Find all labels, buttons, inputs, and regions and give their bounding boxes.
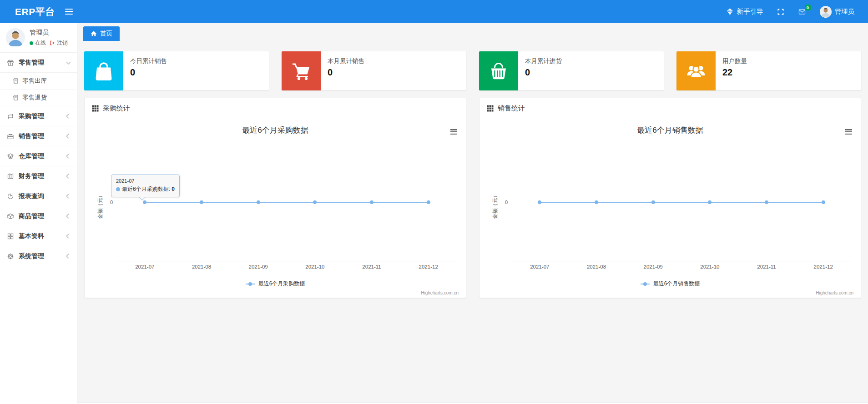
data-point-marker[interactable]: [143, 200, 146, 204]
tooltip-series-dot: [116, 187, 120, 191]
menu-bar: [450, 131, 457, 133]
menu-bar: [845, 134, 852, 135]
chart-legend[interactable]: 最近6个月采购数据: [85, 280, 466, 288]
sidebar-item-label: 销售管理: [19, 132, 44, 140]
y-axis-title: 金额（元）: [492, 188, 498, 224]
panel-title: 销售统计: [498, 104, 525, 113]
x-axis-labels: 2021-072021-082021-092021-102021-112021-…: [116, 264, 457, 269]
legend-marker-dot: [248, 282, 252, 286]
users-icon: [676, 51, 716, 90]
chevron-down-icon: [66, 60, 71, 64]
sidebar-item-label: 报表查询: [19, 192, 44, 200]
plot-area: [511, 146, 852, 261]
journal-icon: [12, 78, 19, 84]
sidebar-item-sales[interactable]: 销售管理: [0, 126, 77, 146]
diamond-icon: [726, 8, 734, 15]
journal-icon: [12, 95, 19, 101]
data-point-marker[interactable]: [765, 200, 768, 204]
tooltip-value: 0: [172, 186, 175, 192]
data-point-marker[interactable]: [538, 200, 541, 204]
plot-area: [116, 146, 457, 261]
sidebar-item-reports[interactable]: 报表查询: [0, 186, 77, 206]
data-point-marker[interactable]: [822, 200, 825, 204]
chevron-left-icon: [66, 234, 71, 239]
sidebar-item-label: 零售出库: [22, 77, 47, 85]
fullscreen-button[interactable]: [777, 8, 784, 15]
sidebar-item-label: 零售退货: [22, 94, 47, 102]
stat-card-label: 本月累计进货: [525, 57, 562, 65]
sidebar-item-label: 财务管理: [19, 172, 44, 180]
sidebar-item-retail[interactable]: 零售管理: [0, 53, 77, 73]
online-status-label: 在线: [35, 39, 46, 47]
chevron-left-icon: [66, 214, 71, 219]
shopping-bag-icon: [84, 51, 123, 90]
chevron-left-icon: [66, 114, 71, 119]
stat-card-value: 0: [525, 67, 562, 78]
sidebar-toggle-icon[interactable]: [65, 7, 73, 16]
data-point-marker[interactable]: [651, 200, 655, 204]
chart-context-menu-icon[interactable]: [450, 129, 457, 135]
x-axis-tick-label: 2021-11: [343, 264, 400, 269]
menu-bar: [450, 134, 457, 135]
sidebar-item-purchase[interactable]: 采购管理: [0, 106, 77, 126]
stat-card-today-sales[interactable]: 今日累计销售 0: [84, 51, 269, 90]
ledger-icon: [7, 173, 14, 180]
data-point-marker[interactable]: [427, 200, 430, 204]
stat-card-label: 本月累计销售: [328, 57, 364, 65]
legend-label: 最近6个月销售数据: [653, 280, 700, 288]
stat-card-value: 0: [328, 67, 364, 78]
data-point-marker[interactable]: [370, 200, 373, 204]
legend-label: 最近6个月采购数据: [258, 280, 305, 288]
th-large-icon: [7, 233, 14, 240]
data-point-marker[interactable]: [257, 200, 260, 204]
x-axis-tick-label: 2021-12: [795, 264, 852, 269]
pie-chart-icon: [7, 193, 14, 200]
menu-bar: [845, 131, 852, 133]
stat-cards-row: 今日累计销售 0 本月累计销售 0: [84, 51, 861, 90]
sidebar-menu: 零售管理 零售出库 零售退货: [0, 52, 77, 266]
layers-icon: [7, 153, 14, 160]
brand-logo[interactable]: ERP平台: [0, 5, 55, 18]
data-point-marker[interactable]: [708, 200, 712, 204]
tooltip-category: 2021-07: [116, 178, 175, 184]
chevron-left-icon: [66, 194, 71, 199]
sidebar-item-label: 系统管理: [19, 252, 44, 260]
legend-marker-icon: [246, 284, 255, 284]
chart-legend[interactable]: 最近6个月销售数据: [479, 280, 861, 288]
data-point-marker[interactable]: [313, 200, 317, 204]
sidebar-item-label: 仓库管理: [19, 152, 44, 160]
avatar: [820, 6, 832, 18]
guide-label: 新手引导: [737, 7, 763, 16]
x-axis-labels: 2021-072021-082021-092021-102021-112021-…: [511, 264, 852, 269]
stat-card-user-count[interactable]: 用户数量 22: [676, 51, 861, 90]
user-menu[interactable]: 管理员: [820, 6, 855, 18]
sidebar-item-finance[interactable]: 财务管理: [0, 166, 77, 186]
guide-link[interactable]: 新手引导: [726, 7, 763, 16]
gear-icon: [7, 253, 14, 260]
sidebar-item-basic-data[interactable]: 基本资料: [0, 226, 77, 246]
sidebar-item-products[interactable]: 商品管理: [0, 206, 77, 226]
data-point-marker[interactable]: [200, 200, 203, 204]
sidebar-item-warehouse[interactable]: 仓库管理: [0, 146, 77, 166]
fullscreen-icon: [777, 8, 784, 15]
sales-chart: 最近6个月销售数据金额（元）02021-072021-082021-092021…: [479, 119, 861, 298]
tab-home[interactable]: 首页: [83, 26, 120, 41]
x-axis-tick-label: 2021-10: [287, 264, 343, 269]
user-name-label: 管理员: [835, 7, 855, 16]
messages-button[interactable]: 0: [798, 8, 806, 15]
series-line: [540, 202, 823, 203]
highcharts-credit-link[interactable]: Highcharts.com.cn: [816, 290, 853, 295]
chart-context-menu-icon[interactable]: [845, 129, 852, 135]
messages-badge: 0: [805, 5, 810, 11]
sidebar-item-retail-outbound[interactable]: 零售出库: [0, 73, 77, 90]
stat-card-month-sales[interactable]: 本月累计销售 0: [282, 51, 466, 90]
stat-card-month-purchases[interactable]: 本月累计进货 0: [479, 51, 664, 90]
sidebar-item-system[interactable]: 系统管理: [0, 246, 77, 266]
highcharts-credit-link[interactable]: Highcharts.com.cn: [421, 290, 459, 295]
x-axis-tick-label: 2021-08: [568, 264, 625, 269]
logout-link[interactable]: 注销: [57, 39, 68, 47]
data-point-marker[interactable]: [595, 200, 598, 204]
charts-row: 采购统计 最近6个月采购数据金额（元）02021-072021-082021-0…: [84, 98, 861, 298]
stat-card-value: 0: [130, 67, 167, 78]
sidebar-item-retail-return[interactable]: 零售退货: [0, 90, 77, 106]
